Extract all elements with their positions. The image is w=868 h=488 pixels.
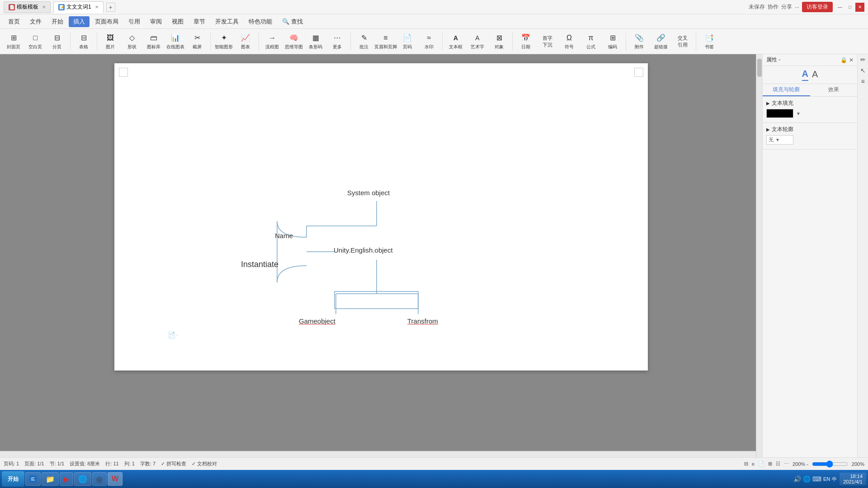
online-chart-label: 在线图表	[166, 44, 184, 50]
sound-icon[interactable]: 🔊	[793, 475, 801, 483]
clock[interactable]: 18:14 2021/4/1	[840, 473, 866, 485]
menu-reference[interactable]: 引用	[124, 16, 145, 27]
node-gameobject[interactable]: Gameobject	[299, 317, 335, 325]
tab-template-close[interactable]: ✕	[42, 5, 46, 9]
outline-value-select[interactable]: 无 ▼	[766, 135, 793, 145]
tool-more[interactable]: ⋯ 更多	[327, 31, 347, 52]
taskbar-unity-button[interactable]: ◎	[92, 472, 107, 486]
tool-page-break[interactable]: ⊟ 分页	[47, 31, 67, 52]
ime-indicator[interactable]: 中	[832, 476, 837, 483]
tool-smart-shape[interactable]: ✦ 智能图形	[214, 31, 234, 52]
tool-dropcap[interactable]: 首字下沉	[538, 31, 557, 52]
tool-table[interactable]: ⊟ 表格	[74, 31, 94, 52]
tab-template[interactable]: 📄 模板模板 ✕	[4, 1, 51, 13]
tab-document[interactable]: 📝 文文文词1 ✕	[53, 1, 104, 13]
menu-home[interactable]: 首页	[4, 16, 24, 27]
outline-dropdown-arrow[interactable]: ▼	[775, 137, 780, 142]
taskbar-start-button[interactable]: 开始	[2, 471, 24, 487]
tool-cover-page[interactable]: ⊞ 封面页	[4, 31, 24, 52]
node-system-object[interactable]: System object	[347, 189, 390, 197]
visit-login-button[interactable]: 访客登录	[802, 2, 833, 12]
status-view-icon6[interactable]: ⋯	[784, 461, 789, 467]
tool-textbox[interactable]: A 文本框	[446, 31, 466, 52]
taskbar-wps-button[interactable]: W	[108, 472, 123, 486]
panel-section-outline-header[interactable]: ▶ 文本轮廓	[766, 126, 854, 133]
menu-start[interactable]: 开始	[47, 16, 68, 27]
tool-comment[interactable]: ✎ 批注	[354, 31, 374, 52]
taskbar-chrome-button[interactable]: 🌐	[74, 472, 91, 486]
panel-tab-fill[interactable]: 填充与轮廓	[763, 84, 810, 96]
vertical-scrollbar[interactable]	[756, 54, 762, 457]
tool-online-chart[interactable]: 📊 在线图表	[165, 31, 185, 52]
tool-formula[interactable]: π 公式	[581, 31, 601, 52]
menu-view[interactable]: 视图	[167, 16, 188, 27]
tool-image[interactable]: 🖼 图片	[100, 31, 120, 52]
taskbar-ie-button[interactable]: IE	[25, 472, 41, 486]
tool-attachment[interactable]: 📎 附件	[629, 31, 649, 52]
taskbar-explorer-button[interactable]: 📁	[42, 472, 59, 486]
fill-dropdown-arrow[interactable]: ▼	[796, 111, 801, 116]
status-view-icon2[interactable]: ≡	[752, 461, 755, 467]
share-button[interactable]: 分享	[781, 3, 792, 11]
tool-header-footer[interactable]: ≡ 页眉和页脚	[376, 31, 396, 52]
menu-file[interactable]: 文件	[25, 16, 46, 27]
lang-indicator[interactable]: EN	[823, 476, 830, 482]
panel-close-icon[interactable]: ✕	[849, 57, 854, 63]
tool-symbol[interactable]: Ω 符号	[559, 31, 579, 52]
panel-section-fill-header[interactable]: ▶ 文本填充	[766, 99, 854, 107]
side-icon-pencil[interactable]: ✏	[860, 56, 866, 63]
tool-cross-ref[interactable]: 交叉引用	[673, 31, 693, 52]
save-button[interactable]: 未保存	[749, 3, 765, 11]
tool-page-num[interactable]: 📄 页码	[397, 31, 417, 52]
tool-mindmap[interactable]: 🧠 思维导图	[284, 31, 304, 52]
tool-icon-lib[interactable]: 🗃 图标库	[144, 31, 164, 52]
tool-blank-page[interactable]: □ 空白页	[25, 31, 45, 52]
tool-hyperlink[interactable]: 🔗 超链接	[651, 31, 671, 52]
keyboard-icon[interactable]: ⌨	[812, 475, 821, 483]
taskbar-media-button[interactable]: ▶	[60, 472, 73, 486]
tool-chart[interactable]: 📈 图表	[236, 31, 255, 52]
add-tab-button[interactable]: +	[106, 3, 115, 12]
panel-lock-icon[interactable]: 🔒	[840, 57, 847, 63]
menu-review[interactable]: 审阅	[146, 16, 166, 27]
tool-watermark[interactable]: ≈ 水印	[419, 31, 439, 52]
node-transfrom[interactable]: Transfrom	[407, 317, 438, 325]
tool-barcode[interactable]: ▦ 条形码	[306, 31, 326, 52]
menu-chapter[interactable]: 章节	[189, 16, 210, 27]
node-unity[interactable]: Unity.English.object	[334, 246, 393, 254]
zoom-slider[interactable]	[812, 460, 848, 468]
tool-object[interactable]: ⊠ 对象	[489, 31, 509, 52]
menu-search[interactable]: 🔍 查找	[278, 16, 307, 27]
network-icon[interactable]: 🌐	[803, 475, 811, 483]
tool-encoding[interactable]: ⊞ 编码	[603, 31, 623, 52]
menu-devtools[interactable]: 开发工具	[211, 16, 243, 27]
tab-document-close[interactable]: ✕	[95, 5, 99, 9]
status-view-icon4[interactable]: ⊞	[768, 461, 772, 467]
tool-flowchart[interactable]: → 流程图	[262, 31, 282, 52]
tool-shape[interactable]: ◇ 形状	[122, 31, 142, 52]
menu-page-layout[interactable]: 页面布局	[90, 16, 123, 27]
tool-bookmark[interactable]: 📑 书签	[699, 31, 719, 52]
tool-arttext[interactable]: A 艺术字	[467, 31, 487, 52]
tool-date[interactable]: 📅 日期	[516, 31, 536, 52]
more-button[interactable]: ···	[795, 4, 799, 10]
menu-insert[interactable]: 插入	[69, 16, 90, 27]
side-icon-format[interactable]: ≡	[861, 78, 864, 85]
status-view-icon5[interactable]: ☷	[776, 461, 780, 467]
status-view-icon3[interactable]: 📄	[758, 461, 764, 467]
node-name[interactable]: Name	[275, 232, 293, 239]
collab-button[interactable]: 协作	[768, 3, 778, 11]
horizontal-scrollbar[interactable]	[0, 451, 756, 457]
side-icon-cursor[interactable]: ↖	[860, 67, 866, 74]
fill-color-swatch[interactable]	[766, 109, 793, 118]
status-view-icon1[interactable]: ⊟	[744, 461, 748, 467]
panel-tab-effect[interactable]: 效果	[810, 84, 858, 96]
close-button[interactable]: ✕	[855, 3, 864, 12]
scroll-thumb[interactable]	[757, 59, 762, 77]
node-instantiate[interactable]: Instantiate	[241, 260, 278, 269]
tool-screenshot[interactable]: ✂ 截屏	[187, 31, 207, 52]
maximize-button[interactable]: □	[845, 3, 854, 12]
menu-special[interactable]: 特色功能	[244, 16, 277, 27]
minimize-button[interactable]: —	[835, 3, 844, 12]
document-area[interactable]: System object Name Unity.English.object …	[0, 54, 762, 457]
